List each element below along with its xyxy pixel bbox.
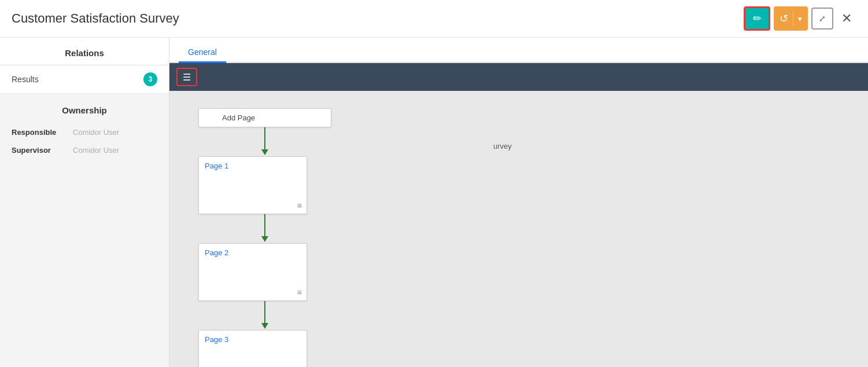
results-badge: 3 <box>143 72 157 86</box>
page-2-node[interactable]: Page 2 ≡ <box>198 243 307 301</box>
chevron-down-icon: ▾ <box>798 14 802 23</box>
page-2-menu-icon: ≡ <box>297 288 302 297</box>
survey-label: urvey <box>493 142 512 151</box>
expand-button[interactable]: ⤢ <box>811 8 833 30</box>
close-button[interactable]: ✕ <box>837 9 856 28</box>
close-icon: ✕ <box>841 11 852 25</box>
sidebar-item-results[interactable]: Results 3 <box>0 65 169 94</box>
relations-title: Relations <box>0 38 169 65</box>
page-1-menu-icon: ≡ <box>297 201 302 210</box>
page-1-node[interactable]: Page 1 ≡ <box>198 156 307 214</box>
expand-icon: ⤢ <box>819 14 826 23</box>
main-layout: Relations Results 3 Ownership Responsibl… <box>0 38 868 367</box>
publish-icon: ↺ <box>780 12 788 25</box>
responsible-item: Responsible Comidor User <box>0 123 169 141</box>
menu-icon: ☰ <box>183 72 191 83</box>
header: Customer Satisfaction Survey ✏ ↺ ▾ ⤢ ✕ <box>0 0 868 38</box>
supervisor-value: Comidor User <box>73 146 119 155</box>
supervisor-key: Supervisor <box>12 146 64 155</box>
page-1-label: Page 1 <box>199 157 306 175</box>
header-actions: ✏ ↺ ▾ ⤢ ✕ <box>744 6 856 31</box>
supervisor-item: Supervisor Comidor User <box>0 141 169 159</box>
publish-divider <box>793 12 793 25</box>
toolbar: ☰ <box>169 63 868 91</box>
flow-arrow-2 <box>264 214 265 237</box>
flow-arrow-3 <box>264 301 265 324</box>
page-3-node[interactable]: Page 3 ≡ <box>198 330 307 367</box>
content-area: General ☰ urvey Add Page <box>169 38 868 367</box>
page-title: Customer Satisfaction Survey <box>12 11 179 26</box>
tab-general[interactable]: General <box>179 43 226 63</box>
flow-arrow-1 <box>264 127 265 151</box>
publish-button[interactable]: ↺ ▾ <box>774 6 808 31</box>
responsible-key: Responsible <box>12 128 64 137</box>
page-3-label: Page 3 <box>199 331 306 348</box>
add-page-node[interactable]: Add Page <box>198 108 331 127</box>
flow-container: urvey Add Page Page 1 ≡ Page <box>181 102 856 367</box>
toolbar-menu-button[interactable]: ☰ <box>176 68 197 86</box>
page-2-label: Page 2 <box>199 244 306 262</box>
ownership-title: Ownership <box>0 94 169 123</box>
results-label: Results <box>12 75 39 84</box>
responsible-value: Comidor User <box>73 128 119 137</box>
edit-icon: ✏ <box>753 12 762 25</box>
tabs-bar: General <box>169 38 868 63</box>
edit-button[interactable]: ✏ <box>744 6 770 31</box>
sidebar: Relations Results 3 Ownership Responsibl… <box>0 38 169 367</box>
canvas: urvey Add Page Page 1 ≡ Page <box>169 91 868 367</box>
